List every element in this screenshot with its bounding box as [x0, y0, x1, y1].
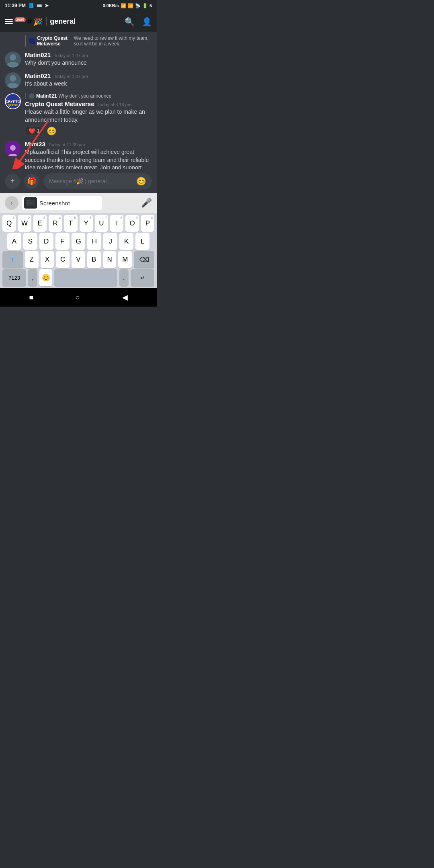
emoji-button[interactable]: 😊 — [136, 176, 146, 186]
msg-header: Crypto Quest Metaverse Today at 3:16 pm — [25, 100, 152, 107]
msg-content: Mimi23 Today at 11:39 pm Mplazaofficial … — [25, 141, 152, 169]
top-bar: 3985 # 🎉 general 🔍 👤 — [0, 11, 157, 32]
search-button[interactable]: 🔍 — [125, 17, 135, 27]
key-m[interactable]: M — [118, 251, 132, 268]
key-w[interactable]: 2W — [18, 215, 31, 232]
reactions: ❤️ 1 😊 — [25, 126, 152, 136]
key-f[interactable]: F — [55, 233, 70, 250]
keyboard-icon: ⌨️ — [37, 3, 42, 8]
messages-area[interactable]: Crypto Quest Metaverse We need to review… — [0, 32, 157, 169]
signal-icon2: 📶 — [128, 3, 133, 8]
stop-button[interactable]: ■ — [29, 293, 33, 302]
msg-header: Matin021 Today at 1:07 pm — [25, 51, 152, 58]
battery-icon: 🔋 — [142, 3, 148, 8]
key-d[interactable]: D — [39, 233, 53, 250]
msg-text: Why don't you announce — [25, 59, 152, 67]
comma-label: , — [32, 274, 34, 282]
numbers-switch-key[interactable]: ?123 — [2, 269, 26, 286]
svg-point-0 — [10, 54, 16, 61]
hamburger-menu[interactable]: 3985 — [5, 19, 26, 24]
facebook-icon: 📘 — [28, 3, 34, 8]
svg-rect-13 — [27, 201, 30, 201]
back-button[interactable]: ◀ — [122, 293, 128, 302]
num-hint-1: 1 — [12, 216, 14, 220]
msg-time: Today at 1:07 pm — [54, 74, 88, 79]
key-g[interactable]: G — [72, 233, 86, 250]
message-input-wrap[interactable]: Message #🎉 | general 😊 — [43, 173, 152, 189]
comma-key[interactable]: , — [28, 269, 38, 286]
msg-text: Mplazaofficial This project will achieve… — [25, 148, 152, 169]
screenshot-label: Screenshot — [39, 200, 70, 207]
num-hint-9: 9 — [136, 216, 138, 220]
key-y[interactable]: 6Y — [80, 215, 93, 232]
key-n[interactable]: N — [103, 251, 117, 268]
key-q[interactable]: 1Q — [2, 215, 16, 232]
emoji-face-key[interactable]: 😊 — [39, 269, 52, 286]
msg-header: Matin021 Today at 1:07 pm — [25, 72, 152, 79]
profile-button[interactable]: 👤 — [142, 17, 152, 27]
key-r[interactable]: 4R — [49, 215, 62, 232]
status-bar: 11:39 PM 📘 ⌨️ ➤ 0.0KB/s 📶 📶 📡 🔋 5 — [0, 0, 157, 11]
hash-icon: # — [27, 17, 32, 26]
screenshot-chip[interactable]: Screenshot — [22, 196, 102, 210]
avatar — [5, 141, 21, 157]
key-p[interactable]: 0P — [141, 215, 154, 232]
key-e[interactable]: 3E — [33, 215, 47, 232]
key-a[interactable]: A — [7, 233, 21, 250]
reply-text: We need to review it with my team, so it… — [74, 35, 152, 47]
enter-label: ↵ — [140, 275, 145, 281]
msg-content: Matin021 Today at 1:07 pm It's about a w… — [25, 72, 152, 88]
period-key[interactable]: . — [119, 269, 129, 286]
add-button[interactable]: + — [5, 174, 20, 189]
key-k[interactable]: K — [119, 233, 133, 250]
signal-icon1: 📶 — [121, 3, 126, 8]
key-u[interactable]: 7U — [95, 215, 108, 232]
key-l[interactable]: L — [135, 233, 149, 250]
key-z[interactable]: Z — [25, 251, 39, 268]
key-c[interactable]: C — [56, 251, 70, 268]
space-key[interactable] — [54, 269, 117, 286]
shift-icon: ↑ — [11, 256, 14, 264]
screenshot-thumbnail — [24, 197, 37, 209]
wifi-icon: 📡 — [135, 3, 141, 8]
svg-text:QUEST: QUEST — [8, 104, 18, 107]
key-t[interactable]: 5T — [64, 215, 77, 232]
key-s[interactable]: S — [23, 233, 37, 250]
input-bar: + 🎁 Message #🎉 | general 😊 — [0, 169, 157, 193]
add-reaction-button[interactable]: 😊 — [47, 126, 57, 136]
msg-text: It's about a week — [25, 80, 152, 88]
hamburger-icon — [5, 19, 13, 24]
key-b[interactable]: B — [87, 251, 101, 268]
key-x[interactable]: X — [41, 251, 54, 268]
num-hint-2: 2 — [28, 216, 30, 220]
gift-button[interactable]: 🎁 — [24, 174, 39, 189]
reply-avatar — [29, 38, 35, 44]
key-h[interactable]: H — [87, 233, 101, 250]
message-group: Matin021 Today at 1:07 pm It's about a w… — [5, 72, 152, 88]
enter-key[interactable]: ↵ — [131, 269, 154, 286]
bottom-nav: ■ ○ ◀ — [0, 288, 157, 307]
message-group: Matin021 Today at 1:07 pm Why don't you … — [5, 51, 152, 68]
battery-level: 5 — [149, 3, 152, 8]
shift-key[interactable]: ↑ — [2, 251, 23, 268]
backspace-key[interactable]: ⌫ — [134, 251, 154, 268]
microphone-button[interactable]: 🎤 — [141, 198, 152, 208]
home-button[interactable]: ○ — [76, 293, 80, 302]
username: Crypto Quest Metaverse — [25, 100, 94, 107]
key-v[interactable]: V — [72, 251, 85, 268]
msg-text: Please wait a little longer as we plan t… — [25, 108, 152, 124]
svg-point-8 — [10, 145, 16, 151]
status-right: 0.0KB/s 📶 📶 📡 🔋 5 — [103, 3, 152, 8]
keyboard: 1Q 2W 3E 4R 5T 6Y 7U 8I 9O 0P A S D F G … — [0, 213, 157, 288]
num-hint-7: 7 — [105, 216, 107, 220]
username: Mimi23 — [25, 141, 45, 147]
reaction-button[interactable]: ❤️ 1 — [25, 126, 43, 136]
reply-context: Matin021 Why don't you announce — [25, 93, 152, 99]
key-o[interactable]: 9O — [125, 215, 139, 232]
svg-rect-15 — [27, 203, 32, 204]
avatar — [5, 51, 21, 68]
message-input-placeholder[interactable]: Message #🎉 | general — [49, 178, 134, 184]
key-j[interactable]: J — [103, 233, 117, 250]
key-i[interactable]: 8I — [110, 215, 123, 232]
expand-button[interactable]: › — [5, 196, 18, 210]
